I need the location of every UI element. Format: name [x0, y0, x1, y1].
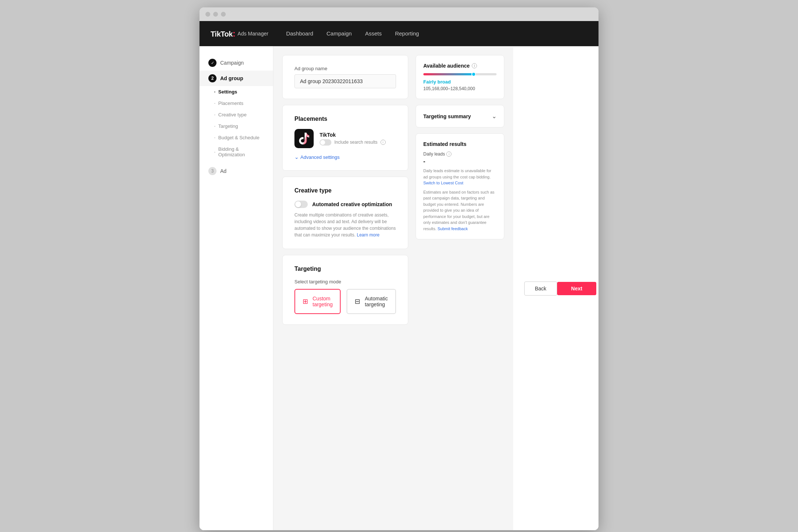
targeting-options: ⊞ Custom targeting ⊟ Automatic targeting: [294, 289, 396, 314]
logo-area: TikTok: Ads Manager: [211, 28, 268, 39]
sidebar-sub-budget-schedule[interactable]: Budget & Schedule: [200, 132, 273, 143]
automatic-targeting-option[interactable]: ⊟ Automatic targeting: [347, 289, 396, 314]
include-search-toggle[interactable]: [320, 139, 331, 146]
main-content: Ad group name Placements: [282, 55, 408, 521]
sidebar-item-campaign[interactable]: ✓ Campaign: [200, 55, 273, 71]
targeting-card: Targeting Select targeting mode ⊞ Custom…: [282, 255, 408, 325]
automated-creative-toggle[interactable]: [294, 201, 308, 208]
audience-meter-dot: [471, 72, 476, 76]
est-results-title: Estimated results: [423, 141, 497, 147]
daily-leads-value: -: [423, 158, 497, 165]
sidebar-sub-bidding[interactable]: Bidding & Optimization: [200, 143, 273, 160]
daily-leads-info-icon[interactable]: i: [446, 151, 451, 157]
nav-dashboard[interactable]: Dashboard: [286, 30, 313, 37]
ads-manager-label: Ads Manager: [238, 31, 268, 37]
placement-name: TikTok: [320, 132, 386, 138]
estimated-results-card: Estimated results Daily leads i - Daily …: [416, 133, 504, 239]
sidebar-sub-settings[interactable]: Settings: [200, 86, 273, 98]
nav-campaign[interactable]: Campaign: [327, 30, 352, 37]
custom-targeting-icon: ⊞: [303, 297, 308, 306]
audience-info-icon[interactable]: i: [472, 63, 477, 68]
sidebar-label-ad: Ad: [220, 168, 226, 174]
nav-reporting[interactable]: Reporting: [395, 30, 419, 37]
custom-targeting-label: Custom targeting: [313, 296, 332, 307]
ad-group-name-input[interactable]: [294, 74, 396, 88]
audience-title: Available audience i: [423, 63, 497, 69]
sidebar-item-ad-group[interactable]: 2 Ad group: [200, 71, 273, 86]
advanced-settings-link[interactable]: ⌄ Advanced settings: [294, 154, 396, 160]
tiktok-platform-icon: [294, 129, 314, 148]
tiktok-logo: TikTok:: [211, 28, 235, 39]
browser-chrome: [200, 7, 598, 21]
audience-meter: [423, 73, 497, 75]
sidebar-label-campaign: Campaign: [220, 60, 244, 66]
placements-card: Placements TikTok: [282, 105, 408, 171]
automatic-targeting-label: Automatic targeting: [365, 296, 388, 307]
ad-group-name-card: Ad group name: [282, 55, 408, 99]
sidebar-sub-placements[interactable]: Placements: [200, 98, 273, 109]
right-panel: Available audience i Fairly broad 105,16…: [416, 55, 504, 521]
targeting-summary-card: Targeting summary ⌄: [416, 105, 504, 127]
placement-row: TikTok Include search results i: [294, 129, 396, 148]
nav-items: Dashboard Campaign Assets Reporting: [286, 30, 419, 37]
creative-type-title: Creative type: [294, 187, 396, 194]
browser-dot-3: [221, 12, 226, 17]
bottom-bar: Back Next: [513, 46, 598, 530]
logo-red-dot: :: [233, 28, 236, 38]
browser-dot-2: [213, 12, 218, 17]
targeting-summary-title: Targeting summary: [423, 113, 471, 119]
automated-creative-label: Automated creative optimization: [312, 201, 392, 207]
sidebar-sub-targeting[interactable]: Targeting: [200, 120, 273, 132]
tiktok-svg-icon: [299, 133, 309, 144]
switch-to-lowest-cost-link[interactable]: Switch to Lowest Cost: [423, 181, 463, 185]
toggle-row: Include search results i: [320, 139, 386, 146]
creative-type-card: Creative type Automated creative optimiz…: [282, 177, 408, 249]
sidebar-label-ad-group: Ad group: [220, 75, 243, 81]
sidebar-sub-creative-type[interactable]: Creative type: [200, 109, 273, 120]
audience-range: 105,168,000–128,540,000: [423, 86, 497, 91]
available-audience-card: Available audience i Fairly broad 105,16…: [416, 55, 504, 99]
ad-group-name-label: Ad group name: [294, 66, 396, 71]
step-icon-campaign: ✓: [208, 59, 216, 67]
browser-dot-1: [205, 12, 210, 17]
next-button[interactable]: Next: [557, 282, 596, 295]
include-search-info-icon[interactable]: i: [381, 140, 386, 145]
chevron-down-icon: ⌄: [294, 154, 299, 160]
targeting-mode-label: Select targeting mode: [294, 279, 396, 284]
back-button[interactable]: Back: [524, 282, 557, 296]
sidebar: ✓ Campaign 2 Ad group Settings Placement…: [200, 46, 273, 530]
targeting-title: Targeting: [294, 266, 396, 272]
audience-broad-label: Fairly broad: [423, 79, 497, 85]
browser-window: TikTok: Ads Manager Dashboard Campaign A…: [200, 7, 598, 530]
placements-title: Placements: [294, 116, 396, 122]
daily-leads-label: Daily leads i: [423, 151, 497, 157]
top-nav: TikTok: Ads Manager Dashboard Campaign A…: [200, 21, 598, 46]
include-search-label: Include search results: [334, 140, 378, 145]
main-layout: ✓ Campaign 2 Ad group Settings Placement…: [200, 46, 598, 530]
step-icon-ad: 3: [208, 167, 216, 175]
submit-feedback-link[interactable]: Submit feedback: [437, 226, 468, 231]
creative-type-toggle-row: Automated creative optimization: [294, 201, 396, 208]
custom-targeting-option[interactable]: ⊞ Custom targeting: [294, 289, 341, 314]
audience-meter-fill: [423, 73, 476, 75]
automatic-targeting-icon: ⊟: [355, 297, 360, 306]
nav-assets[interactable]: Assets: [365, 30, 382, 37]
est-note: Daily leads estimate is unavailable for …: [423, 168, 497, 186]
targeting-summary-header: Targeting summary ⌄: [423, 113, 497, 120]
learn-more-link[interactable]: Learn more: [357, 232, 379, 238]
automated-creative-desc: Create multiple combinations of creative…: [294, 212, 396, 238]
placement-info: TikTok Include search results i: [320, 132, 386, 146]
step-icon-ad-group: 2: [208, 74, 216, 82]
content-area: Ad group name Placements: [273, 46, 513, 530]
targeting-summary-chevron-icon[interactable]: ⌄: [492, 113, 497, 120]
sidebar-item-ad[interactable]: 3 Ad: [200, 163, 273, 179]
est-disclaimer: Estimates are based on factors such as p…: [423, 189, 497, 232]
